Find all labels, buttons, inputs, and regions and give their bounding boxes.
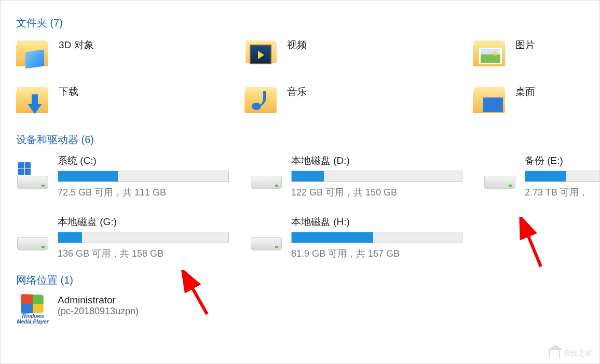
drive-name: 系统 (C:) bbox=[58, 154, 250, 167]
drive-e[interactable]: 备份 (E:) 2.73 TB 可用， bbox=[483, 154, 600, 199]
folder-label: 音乐 bbox=[287, 85, 307, 99]
drive-progress-fill bbox=[292, 171, 324, 181]
drives-grid: 系统 (C:) 72.5 GB 可用，共 111 GB 本地磁盘 (D:) 12… bbox=[16, 154, 599, 260]
folder-3d-icon bbox=[16, 37, 49, 71]
folder-label: 下载 bbox=[59, 85, 78, 99]
drive-d[interactable]: 本地磁盘 (D:) 122 GB 可用，共 150 GB bbox=[250, 154, 483, 199]
folder-videos-icon bbox=[244, 37, 278, 71]
drive-name: 本地磁盘 (H:) bbox=[291, 215, 483, 229]
folder-desktop-icon bbox=[473, 84, 506, 117]
drive-space-text: 2.73 TB 可用， bbox=[525, 186, 600, 199]
drive-progress-fill bbox=[58, 171, 118, 181]
drive-name: 备份 (E:) bbox=[525, 154, 600, 167]
network-name: Administrator bbox=[58, 295, 139, 306]
wmp-icon: Windows Media Player bbox=[16, 295, 49, 325]
drive-name: 本地磁盘 (D:) bbox=[291, 154, 483, 167]
drive-progress-fill bbox=[58, 232, 82, 243]
folder-label: 图片 bbox=[515, 38, 535, 52]
folder-music-icon bbox=[244, 84, 278, 117]
folders-grid: 3D 对象 视频 图片 下载 音乐 bbox=[16, 37, 599, 117]
drive-icon bbox=[16, 223, 49, 250]
folder-label: 3D 对象 bbox=[59, 38, 94, 52]
drive-progress-fill bbox=[292, 232, 373, 243]
drives-header: 设备和驱动器 (6) bbox=[16, 133, 599, 147]
network-sub: (pc-20180913uzpn) bbox=[58, 306, 139, 317]
folder-label: 桌面 bbox=[515, 85, 535, 99]
drive-icon bbox=[250, 162, 283, 189]
drive-progress-fill bbox=[525, 171, 566, 181]
folder-downloads[interactable]: 下载 bbox=[16, 84, 244, 117]
folder-music[interactable]: 音乐 bbox=[244, 84, 473, 117]
drive-space-text: 122 GB 可用，共 150 GB bbox=[291, 186, 483, 199]
folder-label: 视频 bbox=[287, 38, 307, 52]
folders-header: 文件夹 (7) bbox=[16, 16, 599, 30]
network-header: 网络位置 (1) bbox=[16, 273, 599, 287]
drive-progress bbox=[291, 171, 462, 182]
drive-icon bbox=[483, 162, 516, 189]
folder-videos[interactable]: 视频 bbox=[244, 37, 473, 71]
folder-pictures[interactable]: 图片 bbox=[473, 37, 600, 71]
drive-progress bbox=[291, 232, 462, 243]
folder-pictures-icon bbox=[473, 37, 506, 71]
drive-name: 本地磁盘 (G:) bbox=[58, 215, 250, 229]
drive-icon bbox=[250, 223, 283, 250]
drive-c[interactable]: 系统 (C:) 72.5 GB 可用，共 111 GB bbox=[16, 154, 250, 199]
folder-desktop[interactable]: 桌面 bbox=[473, 84, 600, 117]
drive-progress bbox=[58, 232, 229, 243]
folder-3d-objects[interactable]: 3D 对象 bbox=[16, 37, 244, 71]
network-location[interactable]: Windows Media Player Administrator (pc-2… bbox=[16, 295, 599, 325]
drive-g[interactable]: 本地磁盘 (G:) 136 GB 可用，共 158 GB bbox=[16, 215, 250, 260]
drive-h[interactable]: 本地磁盘 (H:) 81.9 GB 可用，共 157 GB bbox=[250, 215, 483, 260]
watermark: 系统之家 bbox=[549, 349, 592, 358]
drive-progress bbox=[525, 171, 600, 182]
drive-space-text: 72.5 GB 可用，共 111 GB bbox=[58, 186, 250, 199]
drive-space-text: 136 GB 可用，共 158 GB bbox=[58, 247, 250, 260]
drive-progress bbox=[58, 171, 229, 182]
drive-space-text: 81.9 GB 可用，共 157 GB bbox=[291, 247, 483, 260]
folder-downloads-icon bbox=[16, 84, 49, 117]
drive-system-icon bbox=[16, 162, 49, 189]
